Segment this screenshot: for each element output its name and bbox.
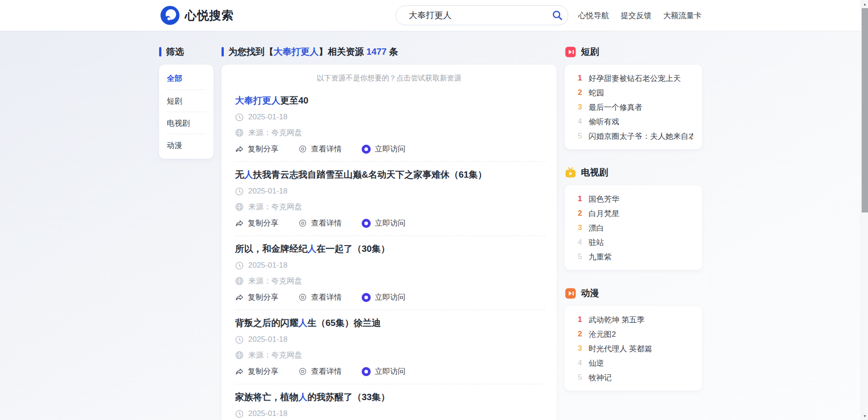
copy-share-button[interactable]: 复制分享 [235,366,278,377]
keyword-highlight: 大奉打更人 [235,95,280,105]
ranking-card-short-drama: 1好孕甜妻被钻石老公宠上天 2蛇园 3最后一个修真者 4偷听有戏 5闪婚京圈太子… [565,65,702,149]
refresh-notice-link[interactable]: 以下资源不是你想要的？点击尝试获取新资源 [222,74,557,83]
ranking-section-title: 动漫 [581,287,599,299]
share-icon [235,145,244,153]
search-results-page: 心悦搜索 心悦导航 提交反馈 大额流量卡 筛选 全部 短剧 电视剧 [0,0,868,420]
filter-heading: 筛选 [159,46,213,58]
result-date-row: 2025-01-18 [235,113,545,122]
nav-link-feedback[interactable]: 提交反馈 [621,10,651,21]
visit-icon [362,219,371,228]
results-keyword: 大奉打更人 [274,47,319,57]
globe-icon [235,351,244,359]
filter-item-tv-series[interactable]: 电视剧 [167,112,206,134]
rank-title: 闪婚京圈太子爷：夫人她来自农村 [589,131,693,142]
ranking-item[interactable]: 3最后一个修真者 [565,100,702,114]
globe-icon [235,203,244,211]
view-detail-button[interactable]: 查看详情 [298,366,342,377]
short-drama-badge-icon [565,46,576,58]
heading-accent-bar [159,47,161,57]
ranking-item[interactable]: 4驻站 [565,235,702,250]
rank-title: 时光代理人 英都篇 [589,344,652,354]
rank-number: 5 [578,373,589,382]
ranking-item[interactable]: 3漂白 [565,221,702,235]
result-date-row: 2025-01-18 [235,335,545,344]
visit-now-button[interactable]: 立即访问 [362,292,406,302]
rank-title: 驻站 [589,237,604,248]
visit-icon [362,367,371,376]
scrollbar-up-arrow-icon[interactable]: ▲ [861,0,868,8]
filter-item-all[interactable]: 全部 [167,67,206,90]
result-title[interactable]: 大奉打更人更至40 [235,94,545,107]
visit-now-button[interactable]: 立即访问 [362,218,406,228]
ranking-item[interactable]: 2白月梵星 [565,206,702,221]
rank-number: 4 [578,359,589,368]
clock-icon [235,410,244,418]
ranking-item[interactable]: 1武动乾坤 第五季 [565,312,702,327]
ranking-section-title: 电视剧 [581,166,608,179]
search-button[interactable] [547,6,568,25]
top-nav: 心悦导航 提交反馈 大额流量卡 [578,0,702,31]
result-title[interactable]: 所以，和金牌经纪人在一起了（30集） [235,242,545,255]
ranking-item[interactable]: 1国色芳华 [565,192,702,206]
result-source: 来源：夸克网盘 [248,127,302,138]
filter-title: 筛选 [166,46,184,58]
heading-accent-bar [222,47,224,57]
ranking-item[interactable]: 5九重紫 [565,250,702,264]
search-bar [396,5,568,25]
filter-item-anime[interactable]: 动漫 [167,134,206,156]
ranking-item[interactable]: 4仙逆 [565,356,702,370]
results-count: 1477 [367,47,387,57]
ranking-card-tv: 1国色芳华 2白月梵星 3漂白 4驻站 5九重紫 [565,185,702,270]
view-detail-button[interactable]: 查看详情 [298,292,342,302]
rank-number: 3 [578,103,589,112]
clock-icon [235,335,244,344]
scrollbar-thumb[interactable] [862,8,868,212]
site-logo[interactable]: 心悦搜索 [160,5,234,25]
ranking-item[interactable]: 3时光代理人 英都篇 [565,341,702,356]
result-source: 来源：夸克网盘 [248,276,302,286]
copy-share-button[interactable]: 复制分享 [235,144,278,154]
nav-link-navigation[interactable]: 心悦导航 [578,10,609,21]
ranking-item[interactable]: 2沧元图2 [565,327,702,341]
ranking-item[interactable]: 4偷听有戏 [565,114,702,129]
keyword-highlight: 人 [307,244,316,254]
copy-share-button[interactable]: 复制分享 [235,292,278,302]
rank-title: 漂白 [589,223,604,233]
eye-icon [298,367,307,376]
result-item: 所以，和金牌经纪人在一起了（30集） 2025-01-18 来源：夸克网盘 复制… [235,236,545,310]
rank-title: 蛇园 [589,88,604,98]
rank-title: 武动乾坤 第五季 [589,315,645,325]
result-actions: 复制分享 查看详情 立即访问 [235,144,545,154]
ranking-section-header-anime: 动漫 [565,287,702,299]
result-item: 大奉打更人更至40 2025-01-18 来源：夸克网盘 复制分享 [235,88,545,161]
result-date-row: 2025-01-18 [235,409,545,418]
search-input[interactable] [396,10,547,20]
visit-now-button[interactable]: 立即访问 [362,366,406,377]
result-title[interactable]: 无人扶我青云志我自踏雪至山巅&名动天下之家事难休（61集） [235,168,545,181]
result-item: 无人扶我青云志我自踏雪至山巅&名动天下之家事难休（61集） 2025-01-18… [235,161,545,236]
filter-item-short-drama[interactable]: 短剧 [167,90,206,112]
ranking-item[interactable]: 5牧神记 [565,370,702,385]
ranking-section-header-tv: 电视剧 [565,166,702,179]
result-date: 2025-01-18 [248,335,288,344]
result-date: 2025-01-18 [248,113,288,122]
view-detail-button[interactable]: 查看详情 [298,218,342,228]
ranking-item[interactable]: 5闪婚京圈太子爷：夫人她来自农村 [565,129,702,143]
results-heading-text: 为您找到【大奉打更人】相关资源 1477 条 [228,46,398,58]
keyword-highlight: 人 [298,318,307,328]
share-icon [235,219,244,227]
result-title[interactable]: 家族将亡，植物人的我苏醒了（33集） [235,391,545,403]
ranking-item[interactable]: 1好孕甜妻被钻石老公宠上天 [565,71,702,85]
nav-link-data-card[interactable]: 大额流量卡 [663,10,702,21]
visit-icon [362,293,371,302]
result-title[interactable]: 背叛之后的闪耀人生（65集）徐兰迪 [235,316,545,329]
scrollbar[interactable]: ▲ ▼ [861,0,868,420]
copy-share-button[interactable]: 复制分享 [235,218,278,228]
result-date: 2025-01-18 [248,261,288,270]
visit-now-button[interactable]: 立即访问 [362,144,406,154]
ranking-section-title: 短剧 [581,46,599,58]
ranking-item[interactable]: 2蛇园 [565,85,702,100]
view-detail-button[interactable]: 查看详情 [298,144,342,154]
eye-icon [298,293,307,302]
scrollbar-down-arrow-icon[interactable]: ▼ [861,412,868,420]
